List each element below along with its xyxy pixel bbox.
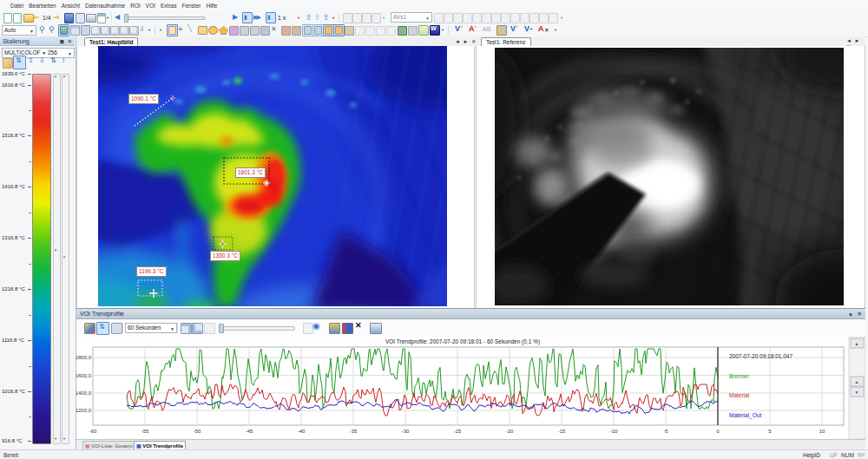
svg-text:-40: -40: [298, 429, 306, 434]
svg-text:-15: -15: [558, 429, 566, 434]
svg-text:-35: -35: [350, 429, 358, 434]
svg-text:VOI Trendprofile: 2007-07-20 0: VOI Trendprofile: 2007-07-20 09:18:01 - …: [385, 338, 540, 345]
svg-text:-30: -30: [402, 429, 410, 434]
svg-text:Brenner: Brenner: [729, 373, 750, 379]
svg-text:▲: ▲: [855, 379, 859, 384]
svg-text:Material: Material: [729, 392, 750, 398]
svg-text:1400,0: 1400,0: [76, 390, 92, 396]
svg-text:-50: -50: [194, 429, 201, 434]
svg-text:-5: -5: [663, 429, 668, 434]
svg-text:▲: ▲: [855, 341, 859, 346]
svg-text:10: 10: [819, 429, 825, 434]
svg-text:1800,0: 1800,0: [76, 355, 92, 360]
svg-text:Material_Out: Material_Out: [729, 412, 761, 419]
svg-text:-20: -20: [506, 429, 514, 434]
svg-text:-55: -55: [141, 429, 149, 434]
svg-text:-10: -10: [610, 429, 618, 434]
svg-text:-25: -25: [454, 429, 462, 434]
svg-text:-45: -45: [246, 429, 253, 434]
svg-text:1600,0: 1600,0: [76, 373, 92, 378]
svg-text:▼: ▼: [855, 390, 859, 395]
svg-text:-60: -60: [89, 429, 97, 434]
svg-text:2007-07-20 09:18:01.047: 2007-07-20 09:18:01.047: [729, 353, 792, 359]
svg-text:1200,0: 1200,0: [76, 408, 92, 413]
